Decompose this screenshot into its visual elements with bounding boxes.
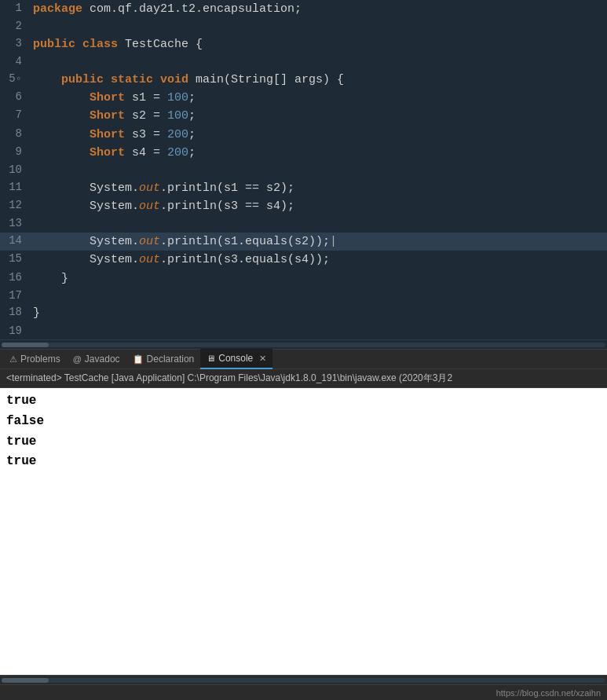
console-icon: 🖥 bbox=[207, 354, 215, 363]
line-code-4[interactable] bbox=[30, 53, 607, 71]
console-output: true false true true bbox=[0, 388, 607, 675]
line-code-1[interactable]: package com.qf.day21.t2.encapsulation; bbox=[30, 0, 607, 18]
console-header: <terminated> TestCache [Java Application… bbox=[0, 369, 607, 388]
tab-javadoc[interactable]: @ Javadoc bbox=[67, 349, 126, 369]
line-code-16[interactable]: } bbox=[30, 269, 607, 288]
tab-declaration[interactable]: 📋 Declaration bbox=[126, 349, 201, 369]
console-close-icon[interactable]: ✕ bbox=[259, 354, 266, 364]
line-code-3[interactable]: public class TestCache { bbox=[30, 35, 607, 53]
line-code-2[interactable] bbox=[30, 18, 607, 35]
line-number-13: 13 bbox=[0, 215, 30, 233]
line-code-13[interactable] bbox=[30, 215, 607, 233]
line-number-9: 9 bbox=[0, 144, 30, 162]
line-number-11: 11 bbox=[0, 179, 30, 197]
line-code-6[interactable]: Short s1 = 100; bbox=[30, 89, 607, 107]
output-line-2: false bbox=[6, 412, 601, 432]
tab-declaration-label: Declaration bbox=[147, 354, 195, 365]
line-number-16: 16 bbox=[0, 269, 30, 288]
console-scrollbar-thumb[interactable] bbox=[2, 678, 49, 683]
line-number-1: 1 bbox=[0, 0, 30, 18]
line-number-18: 18 bbox=[0, 304, 30, 322]
line-number-4: 4 bbox=[0, 53, 30, 71]
line-number-10: 10 bbox=[0, 162, 30, 179]
code-editor[interactable]: 1package com.qf.day21.t2.encapsulation;2… bbox=[0, 0, 607, 339]
output-line-1: true bbox=[6, 391, 601, 412]
javadoc-icon: @ bbox=[73, 354, 82, 364]
line-code-12[interactable]: System.out.println(s3 == s4); bbox=[30, 197, 607, 215]
line-number-15: 15 bbox=[0, 251, 30, 269]
output-line-4: true bbox=[6, 452, 601, 472]
tab-console[interactable]: 🖥 Console ✕ bbox=[200, 349, 272, 369]
line-number-14: 14 bbox=[0, 233, 30, 251]
line-code-11[interactable]: System.out.println(s1 == s2); bbox=[30, 179, 607, 197]
line-code-7[interactable]: Short s2 = 100; bbox=[30, 107, 607, 125]
line-code-19[interactable] bbox=[30, 323, 607, 340]
line-number-7: 7 bbox=[0, 107, 30, 125]
line-code-17[interactable] bbox=[30, 288, 607, 305]
editor-horizontal-scrollbar[interactable] bbox=[0, 339, 607, 349]
status-bar: https://blog.csdn.net/xzaihn bbox=[0, 684, 607, 700]
line-code-18[interactable]: } bbox=[30, 304, 607, 322]
status-url: https://blog.csdn.net/xzaihn bbox=[496, 688, 601, 698]
console-scrollbar-track bbox=[2, 678, 605, 683]
line-code-10[interactable] bbox=[30, 162, 607, 179]
scrollbar-thumb[interactable] bbox=[2, 343, 49, 347]
tab-problems-label: Problems bbox=[20, 354, 60, 365]
line-number-2: 2 bbox=[0, 18, 30, 35]
line-number-6: 6 bbox=[0, 89, 30, 107]
line-code-14[interactable]: System.out.println(s1.equals(s2)); bbox=[30, 233, 607, 251]
console-bottom-scrollbar[interactable] bbox=[0, 675, 607, 684]
line-code-15[interactable]: System.out.println(s3.equals(s4)); bbox=[30, 251, 607, 269]
bottom-tab-bar: ⚠ Problems @ Javadoc 📋 Declaration 🖥 Con… bbox=[0, 349, 607, 369]
code-table: 1package com.qf.day21.t2.encapsulation;2… bbox=[0, 0, 607, 339]
output-line-3: true bbox=[6, 432, 601, 453]
line-number-19: 19 bbox=[0, 323, 30, 340]
line-number-17: 17 bbox=[0, 288, 30, 305]
scrollbar-track bbox=[2, 343, 605, 347]
tab-problems[interactable]: ⚠ Problems bbox=[3, 349, 67, 369]
line-number-3: 3 bbox=[0, 35, 30, 53]
declaration-icon: 📋 bbox=[133, 354, 144, 365]
line-number-8: 8 bbox=[0, 126, 30, 144]
problems-icon: ⚠ bbox=[9, 354, 17, 365]
tab-console-label: Console bbox=[218, 353, 253, 364]
line-code-9[interactable]: Short s4 = 200; bbox=[30, 144, 607, 162]
line-code-5[interactable]: public static void main(String[] args) { bbox=[30, 71, 607, 89]
line-number-5: 5◦ bbox=[0, 71, 30, 89]
line-number-12: 12 bbox=[0, 197, 30, 215]
tab-javadoc-label: Javadoc bbox=[85, 354, 120, 365]
line-code-8[interactable]: Short s3 = 200; bbox=[30, 126, 607, 144]
